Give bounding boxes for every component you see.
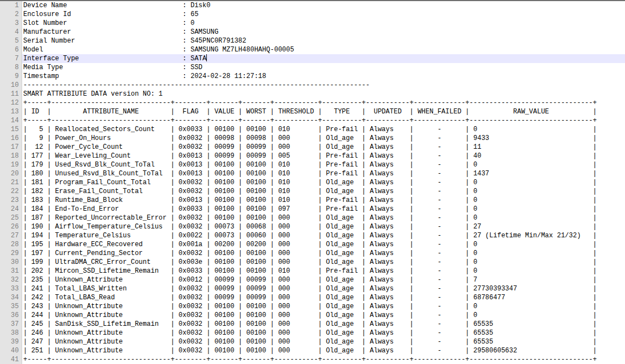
- editor-line-33[interactable]: 33| 241 | Total_LBAS_Written | 0x0032 | …: [0, 284, 625, 293]
- line-text[interactable]: | 187 | Reported_Uncorrectable_Error | 0…: [22, 214, 625, 222]
- line-number[interactable]: 33: [0, 284, 22, 293]
- editor-line-8[interactable]: 8Media Type : SSD: [0, 63, 625, 72]
- line-text[interactable]: | 242 | Total_LBAS_Read | 0x0032 | 00099…: [22, 293, 625, 302]
- line-number[interactable]: 41: [0, 355, 22, 364]
- editor-line-26[interactable]: 26| 190 | Airflow_Temperature_Celsius | …: [0, 222, 625, 231]
- line-text[interactable]: | 243 | Unknown_Attribute | 0x0032 | 001…: [22, 302, 625, 311]
- line-number[interactable]: 10: [0, 81, 22, 90]
- editor-line-31[interactable]: 31| 202 | Mircon_SSD_Lifetime_Remain | 0…: [0, 267, 625, 275]
- line-number[interactable]: 36: [0, 311, 22, 320]
- line-number[interactable]: 39: [0, 337, 22, 346]
- line-text[interactable]: | 199 | UltraDMA_CRC_Error_Count | 0x003…: [22, 258, 625, 267]
- line-text[interactable]: | 241 | Total_LBAS_Written | 0x0032 | 00…: [22, 284, 625, 293]
- line-text[interactable]: | 194 | Temperature_Celsius | 0x0022 | 0…: [22, 231, 625, 240]
- line-number[interactable]: 18: [0, 152, 22, 160]
- line-text[interactable]: Manufacturer : SAMSUNG: [22, 28, 625, 37]
- editor-line-19[interactable]: 19| 179 | Used_Rsvd_Blk_Count_ToTal | 0x…: [0, 160, 625, 169]
- line-text[interactable]: Enclosure Id : 65: [22, 10, 625, 19]
- line-text[interactable]: Slot Number : 0: [22, 19, 625, 28]
- editor-line-32[interactable]: 32| 235 | Unknown_Attribute | 0x0012 | 0…: [0, 275, 625, 284]
- editor-line-24[interactable]: 24| 184 | End-To-End_Error | 0x0033 | 00…: [0, 205, 625, 214]
- line-text[interactable]: | 9 | Power_On_Hours | 0x0032 | 00098 | …: [22, 134, 625, 143]
- line-text[interactable]: | 12 | Power_Cycle_Count | 0x0032 | 0009…: [22, 143, 625, 152]
- editor-line-35[interactable]: 35| 243 | Unknown_Attribute | 0x0032 | 0…: [0, 302, 625, 311]
- line-text[interactable]: | 244 | Unknown_Attribute | 0x0032 | 001…: [22, 311, 625, 320]
- line-text[interactable]: | 183 | Runtime_Bad_Block | 0x0013 | 001…: [22, 196, 625, 205]
- editor-line-36[interactable]: 36| 244 | Unknown_Attribute | 0x0032 | 0…: [0, 311, 625, 320]
- line-number[interactable]: 9: [0, 72, 22, 81]
- line-number[interactable]: 35: [0, 302, 22, 311]
- line-number[interactable]: 5: [0, 37, 22, 45]
- line-number[interactable]: 2: [0, 10, 22, 19]
- editor-line-40[interactable]: 40| 251 | Unknown_Attribute | 0x0032 | 0…: [0, 346, 625, 355]
- line-number[interactable]: 12: [0, 98, 22, 107]
- line-number[interactable]: 6: [0, 45, 22, 54]
- editor-line-15[interactable]: 15| 5 | Reallocated_Sectors_Count | 0x00…: [0, 125, 625, 134]
- line-number[interactable]: 27: [0, 231, 22, 240]
- line-number[interactable]: 4: [0, 28, 22, 37]
- line-text[interactable]: | 235 | Unknown_Attribute | 0x0012 | 000…: [22, 275, 625, 284]
- line-text[interactable]: Timestamp : 2024-02-28 11:27:18: [22, 72, 625, 81]
- line-text[interactable]: SMART ATTRIBIUTE DATA version NO: 1: [22, 90, 625, 98]
- editor-line-41[interactable]: 41+-----+------------------------------+…: [0, 355, 625, 364]
- line-number[interactable]: 11: [0, 90, 22, 98]
- line-number[interactable]: 23: [0, 196, 22, 205]
- line-number[interactable]: 19: [0, 160, 22, 169]
- editor-line-12[interactable]: 12+-----+------------------------------+…: [0, 98, 625, 107]
- line-number[interactable]: 16: [0, 134, 22, 143]
- line-number[interactable]: 34: [0, 293, 22, 302]
- editor-line-30[interactable]: 30| 199 | UltraDMA_CRC_Error_Count | 0x0…: [0, 258, 625, 267]
- line-number[interactable]: 20: [0, 169, 22, 178]
- line-text[interactable]: | 181 | Program_Fail_Count_Total | 0x003…: [22, 178, 625, 187]
- line-text[interactable]: | 246 | Unknown_Attribute | 0x0032 | 001…: [22, 329, 625, 337]
- editor-line-37[interactable]: 37| 245 | SanDisk_SSD_Lifetim_Remain | 0…: [0, 320, 625, 329]
- line-number[interactable]: 21: [0, 178, 22, 187]
- line-text[interactable]: Model : SAMSUNG MZ7LH480HAHQ-00005: [22, 45, 625, 54]
- line-number[interactable]: 17: [0, 143, 22, 152]
- line-text[interactable]: | 251 | Unknown_Attribute | 0x0032 | 001…: [22, 346, 625, 355]
- line-text[interactable]: +-----+------------------------------+--…: [22, 98, 625, 107]
- line-text[interactable]: Interface Type : SATA: [22, 54, 625, 63]
- line-number[interactable]: 26: [0, 222, 22, 231]
- line-number[interactable]: 8: [0, 63, 22, 72]
- line-number[interactable]: 38: [0, 329, 22, 337]
- editor-line-34[interactable]: 34| 242 | Total_LBAS_Read | 0x0032 | 000…: [0, 293, 625, 302]
- line-text[interactable]: +-----+------------------------------+--…: [22, 355, 625, 364]
- line-number[interactable]: 28: [0, 240, 22, 249]
- editor-line-10[interactable]: 10--------------------------------------…: [0, 81, 625, 90]
- line-text[interactable]: | 247 | Unknown_Attribute | 0x0032 | 001…: [22, 337, 625, 346]
- line-number[interactable]: 40: [0, 346, 22, 355]
- line-text[interactable]: | 184 | End-To-End_Error | 0x0033 | 0010…: [22, 205, 625, 214]
- line-text[interactable]: Device Name : Disk0: [22, 1, 625, 10]
- line-number[interactable]: 32: [0, 275, 22, 284]
- editor-line-39[interactable]: 39| 247 | Unknown_Attribute | 0x0032 | 0…: [0, 337, 625, 346]
- editor-line-22[interactable]: 22| 182 | Erase_Fail_Count_Total | 0x003…: [0, 187, 625, 196]
- editor-line-3[interactable]: 3Slot Number : 0: [0, 19, 625, 28]
- editor-line-14[interactable]: 14+-----+------------------------------+…: [0, 116, 625, 125]
- editor-line-18[interactable]: 18| 177 | Wear_Leveling_Count | 0x0013 |…: [0, 152, 625, 160]
- editor-line-7[interactable]: 7Interface Type : SATA: [0, 54, 625, 63]
- line-text[interactable]: Media Type : SSD: [22, 63, 625, 72]
- line-number[interactable]: 37: [0, 320, 22, 329]
- editor-line-20[interactable]: 20| 180 | Unused_Rsvd_Blk_Count_ToTal | …: [0, 169, 625, 178]
- editor-line-11[interactable]: 11SMART ATTRIBIUTE DATA version NO: 1: [0, 90, 625, 98]
- editor-line-27[interactable]: 27| 194 | Temperature_Celsius | 0x0022 |…: [0, 231, 625, 240]
- line-number[interactable]: 1: [0, 1, 22, 10]
- editor-line-4[interactable]: 4Manufacturer : SAMSUNG: [0, 28, 625, 37]
- editor-line-9[interactable]: 9Timestamp : 2024-02-28 11:27:18: [0, 72, 625, 81]
- editor-line-16[interactable]: 16| 9 | Power_On_Hours | 0x0032 | 00098 …: [0, 134, 625, 143]
- editor-line-6[interactable]: 6Model : SAMSUNG MZ7LH480HAHQ-00005: [0, 45, 625, 54]
- editor-line-38[interactable]: 38| 246 | Unknown_Attribute | 0x0032 | 0…: [0, 329, 625, 337]
- line-number[interactable]: 14: [0, 116, 22, 125]
- line-number[interactable]: 25: [0, 214, 22, 222]
- editor-line-17[interactable]: 17| 12 | Power_Cycle_Count | 0x0032 | 00…: [0, 143, 625, 152]
- editor-line-25[interactable]: 25| 187 | Reported_Uncorrectable_Error |…: [0, 214, 625, 222]
- editor-line-1[interactable]: 1Device Name : Disk0: [0, 1, 625, 10]
- editor-line-23[interactable]: 23| 183 | Runtime_Bad_Block | 0x0013 | 0…: [0, 196, 625, 205]
- line-text[interactable]: | 182 | Erase_Fail_Count_Total | 0x0032 …: [22, 187, 625, 196]
- line-text[interactable]: Serial Number : S45PNC0R791382: [22, 37, 625, 45]
- editor-line-28[interactable]: 28| 195 | Hardware_ECC_Recovered | 0x001…: [0, 240, 625, 249]
- line-text[interactable]: | 179 | Used_Rsvd_Blk_Count_ToTal | 0x00…: [22, 160, 625, 169]
- editor-line-13[interactable]: 13| ID | ATTRIBUTE_NAME | FLAG | VALUE |…: [0, 107, 625, 116]
- line-text[interactable]: | 197 | Current_Pending_Sector | 0x0032 …: [22, 249, 625, 258]
